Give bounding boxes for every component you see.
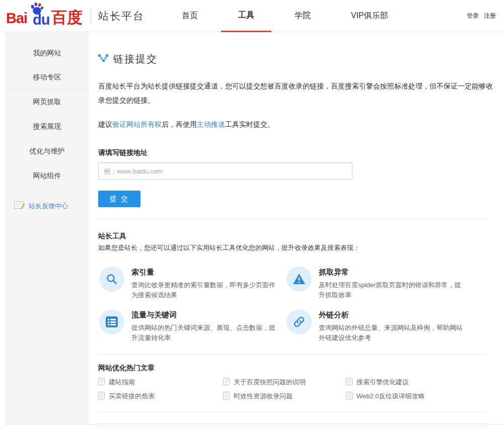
article-label: 买卖链接的危害 xyxy=(109,392,155,401)
document-icon xyxy=(223,392,230,401)
sidebar-item-my-sites[interactable]: 我的网站 xyxy=(5,40,89,65)
sidebar-item-page-crawl[interactable]: 网页抓取 xyxy=(5,90,89,114)
document-icon xyxy=(223,378,230,387)
feedback-bar: 问题反馈:如果您有任何问题及建议请点击 反馈入口>> xyxy=(98,423,486,428)
tool-text: 外链分析 查询网站的外链总量、来源网站及样例，帮助网站外链建设优化参考 xyxy=(319,309,467,343)
tool-name[interactable]: 索引量 xyxy=(131,267,279,277)
tool-desc: 及时处理百度spider抓取页面时的错误和异常，提升抓取效率 xyxy=(319,280,467,300)
nav-item-tools[interactable]: 工具 xyxy=(221,0,271,32)
verify-ownership-link[interactable]: 验证网站所有权 xyxy=(112,120,162,128)
body-wrap: 我的网站 移动专区 网页抓取 搜索展现 优化与维护 网站组件 站长反馈中心 xyxy=(5,32,504,424)
tool-name[interactable]: 抓取异常 xyxy=(319,267,467,277)
tool-desc: 提供网站的热门关键词来源、展现、点击数据，提升流量转化率 xyxy=(131,323,279,343)
nav-item-vip-club[interactable]: VIP俱乐部 xyxy=(334,0,405,32)
article-label: 关于百度快照问题的说明 xyxy=(234,378,306,387)
suggest-pre: 建议 xyxy=(98,120,112,128)
main-nav: 首页 工具 学院 VIP俱乐部 xyxy=(162,0,408,32)
document-icon xyxy=(98,378,105,387)
sidebar-item-site-components[interactable]: 网站组件 xyxy=(5,163,89,188)
feedback-center-label: 站长反馈中心 xyxy=(29,202,68,211)
tool-name[interactable]: 流量与关键词 xyxy=(131,309,279,320)
active-push-link[interactable]: 主动推送 xyxy=(197,120,225,128)
article-label: Web2.0反垃圾详细攻略 xyxy=(356,392,425,401)
main-content: 链接提交 百度站长平台为站长提供链接提交通道，您可以提交想被百度收录的链接，百度… xyxy=(89,32,504,424)
article-link[interactable]: Web2.0反垃圾详细攻略 xyxy=(346,392,493,401)
document-icon xyxy=(98,392,105,401)
page: Bai du 百度 站长平台 首页 工具 学院 VIP俱乐部 登录 注册 xyxy=(0,0,504,424)
login-link[interactable]: 登录 xyxy=(467,12,479,20)
site-brand: 站长平台 xyxy=(98,9,145,23)
article-label: 时效性资源收录问题 xyxy=(234,392,293,401)
logo-text-baidu-cn: 百度 xyxy=(51,7,83,28)
warning-triangle-icon xyxy=(286,267,312,292)
tools-grid: 索引量 查询比收录更精准的索引量数据，即有多少页面作为搜索候选结果 抓取异常 xyxy=(98,267,493,343)
tool-desc: 查询网站的外链总量、来源网站及样例，帮助网站外链建设优化参考 xyxy=(319,323,467,343)
article-link[interactable]: 时效性资源收录问题 xyxy=(223,392,346,401)
article-label: 建站指南 xyxy=(109,378,135,387)
tool-text: 抓取异常 及时处理百度spider抓取页面时的错误和异常，提升抓取效率 xyxy=(319,267,467,300)
article-link[interactable]: 搜索引擎优化建议 xyxy=(346,378,493,387)
tools-section-subtitle: 如果您是站长，您还可以通过以下实用站长工具优化您的网站，提升收录效果及搜索表现： xyxy=(98,243,493,252)
sidebar-item-search-display[interactable]: 搜索展现 xyxy=(5,114,89,139)
tool-text: 索引量 查询比收录更精准的索引量数据，即有多少页面作为搜索候选结果 xyxy=(131,267,279,300)
tool-item-crawl-errors[interactable]: 抓取异常 及时处理百度spider抓取页面时的错误和异常，提升抓取效率 xyxy=(286,267,493,300)
articles-section-title: 网站优化热门文章 xyxy=(98,364,493,373)
article-link[interactable]: 关于百度快照问题的说明 xyxy=(223,378,346,387)
logo-text-du: du xyxy=(33,12,49,28)
suggest-line: 建议验证网站所有权后，再使用主动推送工具实时提交。 xyxy=(98,120,493,129)
page-title-row: 链接提交 xyxy=(98,52,493,66)
url-input[interactable] xyxy=(98,162,352,180)
logo-divider xyxy=(91,9,91,24)
sidebar: 我的网站 移动专区 网页抓取 搜索展现 优化与维护 网站组件 站长反馈中心 xyxy=(5,32,89,424)
url-input-label: 请填写链接地址 xyxy=(98,148,493,157)
logo-text-bai: Bai xyxy=(6,10,27,27)
tool-name[interactable]: 外链分析 xyxy=(319,309,467,320)
header: Bai du 百度 站长平台 首页 工具 学院 VIP俱乐部 登录 注册 xyxy=(0,0,504,32)
tools-section-title: 站长工具 xyxy=(98,232,493,241)
sidebar-feedback-center[interactable]: 站长反馈中心 xyxy=(5,201,89,211)
magnifier-icon xyxy=(99,267,124,292)
section-divider xyxy=(98,354,486,355)
keyword-list-icon xyxy=(99,309,124,334)
sidebar-item-optimize-maintain[interactable]: 优化与维护 xyxy=(5,139,89,163)
tool-item-traffic-keywords[interactable]: 流量与关键词 提供网站的热门关键词来源、展现、点击数据，提升流量转化率 xyxy=(99,309,286,343)
articles-grid: 建站指南 关于百度快照问题的说明 搜索引擎优化建议 买卖链接的危害 时效性资源收… xyxy=(98,378,493,401)
auth-links: 登录 注册 xyxy=(467,12,496,20)
baidu-logo[interactable]: Bai du 百度 xyxy=(5,3,85,29)
suggest-mid: 后，再使用 xyxy=(162,120,197,128)
link-chain-icon xyxy=(286,309,312,334)
intro-text: 百度站长平台为站长提供链接提交通道，您可以提交想被百度收录的链接，百度搜索引擎会… xyxy=(98,79,493,107)
link-submit-icon xyxy=(98,54,108,64)
page-title: 链接提交 xyxy=(113,52,158,66)
tool-item-backlink-analysis[interactable]: 外链分析 查询网站的外链总量、来源网站及样例，帮助网站外链建设优化参考 xyxy=(286,309,493,343)
register-link[interactable]: 注册 xyxy=(484,12,496,20)
section-divider xyxy=(98,412,486,412)
nav-item-home[interactable]: 首页 xyxy=(165,0,215,32)
feedback-note-icon xyxy=(14,201,25,211)
tool-desc: 查询比收录更精准的索引量数据，即有多少页面作为搜索候选结果 xyxy=(131,280,279,300)
sidebar-item-mobile-zone[interactable]: 移动专区 xyxy=(5,65,89,90)
suggest-post: 工具实时提交。 xyxy=(225,120,274,128)
document-icon xyxy=(346,378,352,387)
section-divider xyxy=(98,218,486,219)
submit-button[interactable]: 提 交 xyxy=(98,191,140,207)
article-link[interactable]: 买卖链接的危害 xyxy=(98,392,223,401)
nav-item-academy[interactable]: 学院 xyxy=(277,0,328,32)
document-icon xyxy=(346,392,352,401)
article-link[interactable]: 建站指南 xyxy=(98,378,223,387)
tool-item-index-volume[interactable]: 索引量 查询比收录更精准的索引量数据，即有多少页面作为搜索候选结果 xyxy=(99,267,286,300)
tool-text: 流量与关键词 提供网站的热门关键词来源、展现、点击数据，提升流量转化率 xyxy=(131,309,279,343)
article-label: 搜索引擎优化建议 xyxy=(356,378,409,387)
